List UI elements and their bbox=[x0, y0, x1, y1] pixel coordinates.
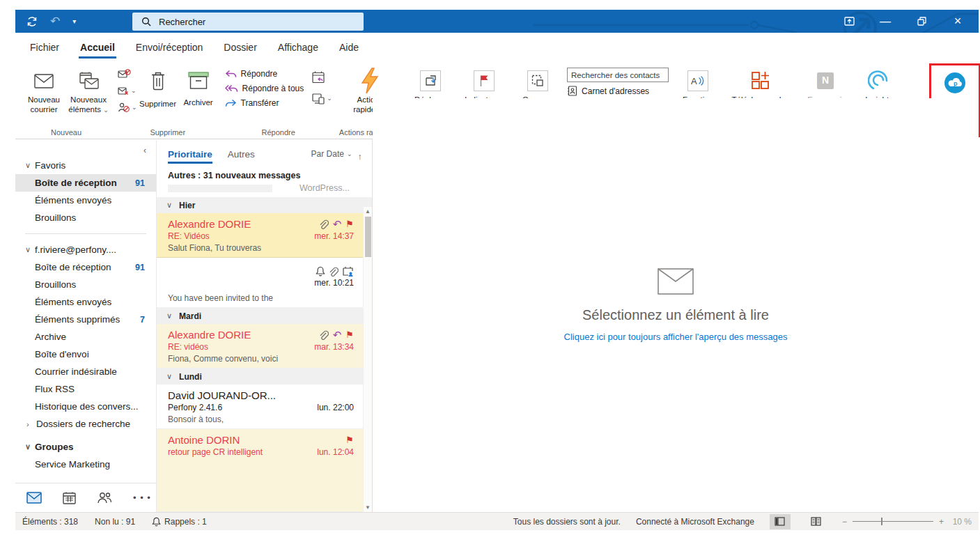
meeting-reply-button[interactable] bbox=[312, 71, 332, 83]
account-header[interactable]: ∨ f.riviere@perfony.... bbox=[15, 241, 156, 258]
chevron-right-icon: › bbox=[26, 420, 36, 428]
tab-autres[interactable]: Autres bbox=[228, 149, 255, 164]
scroll-down-icon[interactable]: ▼ bbox=[365, 504, 371, 511]
flag-icon bbox=[474, 70, 495, 91]
sort-dropdown[interactable]: Par Date ⌄ bbox=[311, 149, 352, 163]
reply-all-button[interactable]: Répondre à tous bbox=[225, 84, 304, 93]
reminders-status[interactable]: Rappels : 1 bbox=[152, 517, 207, 527]
group-label-nouveau: Nouveau bbox=[51, 125, 81, 139]
reading-view-icon[interactable] bbox=[806, 514, 827, 529]
cleanup-button[interactable]: ⌄ bbox=[118, 85, 137, 97]
send-receive-icon[interactable] bbox=[26, 16, 38, 27]
minimize-icon[interactable]: — bbox=[867, 10, 903, 33]
fullscreen-icon[interactable] bbox=[831, 10, 867, 33]
restore-icon[interactable] bbox=[903, 10, 940, 33]
more-modules-icon[interactable]: • • • bbox=[133, 493, 151, 503]
zoom-slider[interactable] bbox=[853, 521, 933, 522]
message-sender: David JOURAND-OR... bbox=[168, 389, 276, 401]
flag-icon[interactable]: ⚑ bbox=[345, 219, 354, 228]
sidebar-item-service-marketing[interactable]: Service Marketing bbox=[15, 456, 156, 473]
title-bar: ↶ ▾ Rechercher — × bbox=[15, 10, 979, 33]
scroll-up-icon[interactable]: ▲ bbox=[365, 208, 371, 215]
message-row[interactable]: Alexandre DORIE ↶ ⚑ RE: Vidéos mer. 14:3… bbox=[157, 213, 372, 258]
date-group-lundi[interactable]: ∨ Lundi bbox=[157, 369, 372, 385]
sort-direction-icon[interactable]: ↑ bbox=[358, 151, 363, 162]
message-row[interactable]: David JOURAND-OR... Perfony 2.41.6 lun. … bbox=[157, 385, 372, 429]
sidebar-item-outbox[interactable]: Boîte d'envoi bbox=[15, 346, 156, 363]
sidebar-item-archive[interactable]: Archive bbox=[15, 328, 156, 346]
sidebar-item-inbox-fav[interactable]: Boîte de réception 91 bbox=[15, 174, 156, 192]
message-subject: RE: Vidéos bbox=[168, 231, 210, 241]
sidebar-item-rss[interactable]: Flux RSS bbox=[15, 380, 156, 398]
sidebar-item-conversation-history[interactable]: Historique des convers... bbox=[15, 398, 156, 415]
message-subject: retour page CR intelligent bbox=[168, 447, 263, 457]
people-module-icon[interactable] bbox=[97, 492, 112, 504]
unread-count: 91 bbox=[135, 263, 156, 272]
collapse-folder-pane-icon[interactable]: ‹ bbox=[15, 140, 156, 157]
delete-button[interactable]: Supprimer bbox=[137, 65, 179, 109]
zoom-in-button[interactable]: + bbox=[939, 517, 944, 527]
read-aloud-icon: A bbox=[687, 70, 708, 91]
list-scrollbar[interactable]: ▲ ▼ bbox=[363, 207, 372, 512]
customize-qat-caret-icon[interactable]: ▾ bbox=[72, 17, 76, 25]
search-icon bbox=[141, 17, 151, 26]
date-group-hier[interactable]: ∨ Hier bbox=[157, 197, 372, 213]
chevron-down-icon: ⌄ bbox=[132, 104, 137, 111]
message-row[interactable]: Alexandre DORIE ↶ ⚑ RE: vidéos mar. 13:3… bbox=[157, 324, 372, 369]
flag-icon[interactable]: ⚑ bbox=[345, 435, 354, 444]
forward-button[interactable]: Transférer bbox=[225, 98, 304, 108]
new-mail-button[interactable]: Nouveau courrier bbox=[22, 65, 66, 115]
sidebar-item-drafts-fav[interactable]: Brouillons bbox=[15, 209, 156, 226]
always-show-preview-link[interactable]: Cliquez ici pour toujours afficher l'ape… bbox=[564, 332, 788, 342]
normal-view-icon[interactable] bbox=[770, 514, 791, 529]
banner-preview: WordPress... bbox=[300, 183, 361, 193]
tab-dossier[interactable]: Dossier bbox=[213, 33, 267, 61]
new-mail-label2: courrier bbox=[31, 104, 58, 114]
paperclip-icon bbox=[320, 219, 329, 229]
junk-button[interactable]: ⌄ bbox=[118, 102, 137, 114]
search-contacts-input[interactable]: Rechercher des contacts bbox=[567, 68, 669, 82]
sidebar-item-sent-fav[interactable]: Éléments envoyés bbox=[15, 192, 156, 209]
message-row[interactable]: Antoine DORIN ⚑ retour page CR intellige… bbox=[157, 429, 372, 512]
reply-button[interactable]: Répondre bbox=[225, 69, 304, 79]
message-subject: RE: vidéos bbox=[168, 342, 208, 352]
zoom-slider-thumb[interactable] bbox=[881, 518, 882, 525]
replied-icon: ↶ bbox=[333, 219, 342, 229]
tab-fichier[interactable]: Fichier bbox=[20, 33, 70, 61]
favorites-header[interactable]: ∨ Favoris bbox=[15, 157, 156, 174]
undo-icon[interactable]: ↶ bbox=[50, 15, 60, 27]
share-to-device-button[interactable]: ⌄ bbox=[312, 93, 332, 104]
addins-icon bbox=[750, 67, 771, 95]
sidebar-item-sent[interactable]: Éléments envoyés bbox=[15, 293, 156, 311]
calendar-module-icon[interactable] bbox=[63, 492, 76, 504]
new-items-button[interactable]: Nouveaux éléments ⌄ bbox=[66, 65, 111, 115]
date-group-mardi[interactable]: ∨ Mardi bbox=[157, 308, 372, 324]
ignore-button[interactable] bbox=[118, 68, 137, 80]
search-input[interactable]: Rechercher bbox=[132, 13, 364, 31]
address-book-label: Carnet d'adresses bbox=[582, 86, 649, 96]
groups-header[interactable]: ∨ Groupes bbox=[15, 438, 156, 456]
tab-affichage[interactable]: Affichage bbox=[267, 33, 329, 61]
sidebar-item-search-folders[interactable]: › Dossiers de recherche bbox=[15, 415, 156, 433]
perfony-icon: p bbox=[944, 69, 966, 97]
other-messages-banner[interactable]: Autres : 31 nouveaux messages WordPress.… bbox=[157, 165, 372, 197]
sidebar-item-deleted[interactable]: Éléments supprimés 7 bbox=[15, 311, 156, 328]
redacted-sender bbox=[168, 185, 272, 192]
tab-accueil[interactable]: Accueil bbox=[70, 33, 125, 61]
message-row[interactable]: mer. 10:21 You have been invited to the bbox=[157, 258, 372, 308]
zoom-percentage[interactable]: 10 % bbox=[949, 517, 972, 527]
scrollbar-thumb[interactable] bbox=[365, 217, 371, 257]
mail-module-icon[interactable] bbox=[26, 492, 42, 504]
tab-envoi-reception[interactable]: Envoi/réception bbox=[125, 33, 214, 61]
zoom-out-button[interactable]: − bbox=[842, 517, 847, 527]
sidebar-item-drafts[interactable]: Brouillons bbox=[15, 276, 156, 293]
tab-aide[interactable]: Aide bbox=[329, 33, 369, 61]
tab-prioritaire[interactable]: Prioritaire bbox=[168, 149, 212, 164]
flag-icon[interactable]: ⚑ bbox=[345, 330, 354, 339]
address-book-button[interactable]: Carnet d'adresses bbox=[567, 86, 669, 96]
archive-button[interactable]: Archiver bbox=[179, 65, 218, 107]
close-icon[interactable]: × bbox=[940, 10, 976, 33]
sidebar-item-inbox[interactable]: Boîte de réception 91 bbox=[15, 258, 156, 276]
reply-icon bbox=[225, 70, 237, 79]
sidebar-item-junk[interactable]: Courrier indésirable bbox=[15, 363, 156, 380]
